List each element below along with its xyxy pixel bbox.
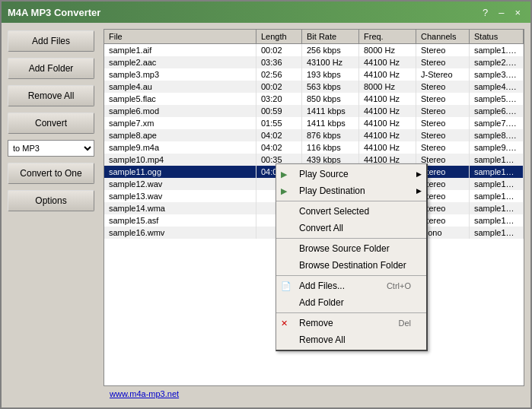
col-freq: Freq. (359, 30, 416, 43)
context-menu-item[interactable]: 📄Add Files...Ctrl+O (276, 277, 426, 294)
add-folder-button[interactable]: Add Folder (8, 58, 94, 79)
table-cell: sample3.mp3 (104, 68, 256, 81)
table-cell: sample14.wma (104, 202, 256, 214)
table-cell: 563 kbps (302, 81, 359, 93)
context-menu-item[interactable]: Remove All (276, 331, 426, 348)
col-bitrate: Bit Rate (302, 30, 359, 43)
window-title: M4A MP3 Converter (8, 7, 100, 18)
format-row: to MP3 to M4A to WAV (8, 140, 94, 157)
table-cell: sample4.mp3 (470, 81, 524, 93)
table-cell: Stereo (416, 44, 470, 56)
context-menu-item[interactable]: Add Folder (276, 294, 426, 311)
table-row[interactable]: sample5.flac03:20850 kbps44100 HzStereos… (104, 93, 524, 105)
footer: www.m4a-mp3.net (104, 386, 524, 401)
table-cell: 256 kbps (302, 44, 359, 56)
table-cell: sample7.xm (104, 117, 256, 129)
table-row[interactable]: sample6.mod00:591411 kbps44100 HzStereos… (104, 105, 524, 117)
table-cell: 1411 kbps (302, 105, 359, 117)
col-status: Status (470, 30, 524, 43)
table-cell: Stereo (416, 56, 470, 68)
context-menu-separator (276, 275, 426, 276)
context-menu-item[interactable]: Convert Selected (276, 203, 426, 220)
add-files-button[interactable]: Add Files (8, 30, 94, 52)
context-menu-item[interactable]: Convert All (276, 220, 426, 236)
table-cell: sample16.mp3 (470, 227, 524, 239)
options-button[interactable]: Options (8, 190, 94, 211)
table-cell: sample15.mp3 (470, 214, 524, 227)
table-cell: sample8.ape (104, 129, 256, 141)
context-menu-item-label: Convert Selected (299, 206, 369, 217)
title-bar: M4A MP3 Converter ? – × (2, 2, 530, 23)
table-cell: sample6.mp3 (470, 105, 524, 117)
context-menu-item[interactable]: Browse Source Folder (276, 240, 426, 257)
table-cell: Stereo (416, 129, 470, 141)
main-window: M4A MP3 Converter ? – × Add Files Add Fo… (0, 0, 532, 409)
table-cell: 02:56 (256, 68, 302, 81)
table-cell: 03:20 (256, 93, 302, 105)
table-row[interactable]: sample3.mp302:56193 kbps44100 HzJ-Stereo… (104, 68, 524, 81)
table-cell: sample9.mp3 (470, 141, 524, 154)
table-cell: 44100 Hz (359, 129, 416, 141)
table-cell: 04:02 (256, 141, 302, 154)
table-row[interactable]: sample8.ape04:02876 kbps44100 HzStereosa… (104, 129, 524, 141)
format-select[interactable]: to MP3 to M4A to WAV (8, 140, 94, 157)
context-menu-item-icon: ▶ (281, 186, 287, 196)
table-cell: sample11.mp3 (470, 166, 524, 178)
context-menu-separator (276, 312, 426, 313)
context-menu-separator (276, 238, 426, 239)
table-cell: sample3.mp3 (470, 68, 524, 81)
table-cell: 43100 Hz (302, 56, 359, 68)
convert-button[interactable]: Convert (8, 113, 94, 134)
table-cell: 00:02 (256, 44, 302, 56)
table-cell: sample2.aac (104, 56, 256, 68)
table-cell: sample8.mp3 (470, 129, 524, 141)
table-cell: Stereo (416, 117, 470, 129)
col-length: Length (256, 30, 302, 43)
table-cell: sample10.mp3 (470, 154, 524, 166)
table-cell: sample5.flac (104, 93, 256, 105)
table-row[interactable]: sample9.m4a04:02116 kbps44100 HzStereosa… (104, 141, 524, 154)
table-cell: sample4.au (104, 81, 256, 93)
context-menu: ▶Play Source▶Play DestinationConvert Sel… (276, 163, 428, 351)
remove-all-button[interactable]: Remove All (8, 85, 94, 106)
table-cell: 8000 Hz (359, 81, 416, 93)
context-menu-item-shortcut: Ctrl+O (387, 281, 411, 290)
table-cell: 1411 kbps (302, 117, 359, 129)
table-cell: sample7.mp3 (470, 117, 524, 129)
table-cell: 44100 Hz (359, 117, 416, 129)
table-row[interactable]: sample4.au00:02563 kbps8000 HzStereosamp… (104, 81, 524, 93)
context-menu-item-icon: ▶ (281, 170, 287, 179)
close-button[interactable]: × (511, 7, 524, 18)
table-row[interactable]: sample7.xm01:551411 kbps44100 HzStereosa… (104, 117, 524, 129)
context-menu-item[interactable]: ▶Play Source (276, 166, 426, 182)
table-cell: 04:02 (256, 129, 302, 141)
table-cell: sample14.mp3 (470, 202, 524, 214)
context-menu-item-icon: 📄 (281, 281, 291, 291)
context-menu-item-label: Play Source (299, 169, 349, 179)
table-cell: 116 kbps (302, 141, 359, 154)
context-menu-item-icon: ✕ (281, 319, 288, 328)
table-cell: 00:59 (256, 105, 302, 117)
context-menu-item-shortcut: Del (398, 319, 411, 328)
table-cell: 44100 Hz (359, 68, 416, 81)
table-cell: sample1.mp3 (470, 44, 524, 56)
sidebar: Add Files Add Folder Remove All Convert … (2, 23, 100, 407)
table-cell: sample13.mp3 (470, 190, 524, 202)
convert-to-one-button[interactable]: Convert to One (8, 163, 94, 184)
website-link[interactable]: www.m4a-mp3.net (110, 389, 179, 398)
context-menu-item[interactable]: ✕RemoveDel (276, 315, 426, 331)
context-menu-separator (276, 201, 426, 201)
table-cell: 44100 Hz (359, 93, 416, 105)
context-menu-item-label: Add Folder (299, 297, 344, 308)
table-cell: 44100 Hz (359, 141, 416, 154)
help-button[interactable]: ? (479, 7, 492, 18)
main-area: File Length Bit Rate Freq. Channels Stat… (100, 23, 530, 407)
table-cell: 44100 Hz (359, 105, 416, 117)
context-menu-item[interactable]: ▶Play Destination (276, 182, 426, 199)
table-cell: 8000 Hz (359, 44, 416, 56)
context-menu-item-label: Play Destination (299, 185, 365, 196)
table-row[interactable]: sample2.aac03:3643100 Hz44100 HzStereosa… (104, 56, 524, 68)
context-menu-item[interactable]: Browse Destination Folder (276, 257, 426, 274)
minimize-button[interactable]: – (495, 7, 508, 18)
table-row[interactable]: sample1.aif00:02256 kbps8000 HzStereosam… (104, 44, 524, 56)
